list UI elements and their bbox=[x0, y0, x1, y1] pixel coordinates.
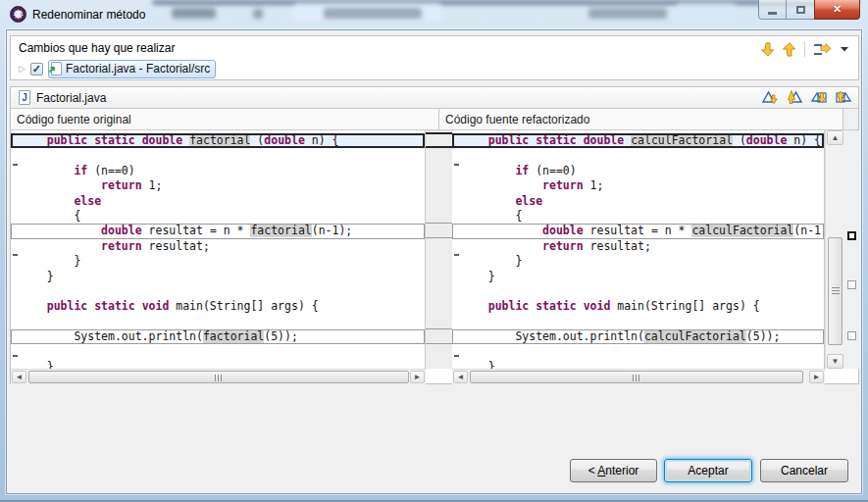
right-pane-header: Código fuente refactorizado bbox=[439, 109, 843, 130]
right-horizontal-scrollbar[interactable]: ◄ ► bbox=[452, 369, 825, 384]
cancel-button[interactable]: Cancelar bbox=[760, 459, 848, 482]
overview-marker-current[interactable] bbox=[847, 231, 856, 240]
code-line: } bbox=[452, 360, 824, 369]
code-line: double resultat = n * factorial(n-1); bbox=[11, 224, 425, 238]
next-change-icon[interactable] bbox=[810, 89, 828, 105]
code-line: if (n==0) bbox=[452, 164, 824, 178]
previous-change-icon[interactable] bbox=[835, 89, 852, 105]
diff-overview-ruler[interactable] bbox=[843, 130, 860, 369]
scroll-left-icon[interactable]: ◄ bbox=[453, 371, 468, 383]
left-horizontal-scrollbar[interactable]: ◄ ► bbox=[11, 369, 426, 384]
dialog-body: Cambios que hay que realizar bbox=[6, 29, 862, 494]
code-line: return resultat; bbox=[11, 239, 425, 254]
code-line: else bbox=[452, 194, 824, 209]
changes-label: Cambios que hay que realizar bbox=[19, 41, 175, 55]
java-file-icon: J bbox=[19, 90, 30, 105]
code-line: { bbox=[11, 209, 425, 224]
scroll-up-icon[interactable]: ▲ bbox=[827, 130, 843, 145]
code-line: if (n==0) bbox=[11, 164, 425, 178]
scroll-left-icon[interactable]: ◄ bbox=[12, 371, 26, 383]
code-line: public static double factorial (double n… bbox=[11, 133, 425, 148]
change-checkbox[interactable]: ✓ bbox=[30, 63, 43, 75]
code-line bbox=[11, 284, 425, 299]
changes-panel: Cambios que hay que realizar bbox=[10, 35, 859, 80]
code-line: double resultat = n * calculFactorial(n-… bbox=[452, 224, 824, 238]
change-range-dash bbox=[454, 254, 459, 256]
code-line bbox=[452, 284, 824, 299]
window-title: Redenominar método bbox=[32, 8, 145, 22]
code-line: System.out.println(calculFactorial(5)); bbox=[452, 329, 824, 344]
aero-window-frame: ⚙ Redenominar método ✕ Cambios que hay q… bbox=[0, 0, 868, 502]
scroll-down-icon[interactable]: ▼ bbox=[827, 354, 843, 369]
diff-connector-gutter bbox=[426, 130, 452, 369]
code-line: System.out.println(factorial(5)); bbox=[11, 329, 425, 344]
change-tree-item[interactable]: ▷ ✓ ➜ Factorial.java - Factorial/src bbox=[19, 59, 216, 78]
maximize-button[interactable] bbox=[787, 0, 814, 20]
close-button[interactable]: ✕ bbox=[814, 0, 860, 20]
original-code-pane[interactable]: public static double factorial (double n… bbox=[11, 130, 426, 369]
maximize-icon bbox=[796, 6, 805, 14]
vertical-scrollbar[interactable]: ▲ ▼ bbox=[825, 130, 843, 369]
left-horizontal-thumb[interactable] bbox=[28, 371, 409, 383]
compare-panel: J Factorial.java bbox=[10, 86, 859, 384]
code-line: } bbox=[452, 270, 824, 284]
code-line: public static double calculFactorial (do… bbox=[452, 133, 824, 148]
previous-difference-icon[interactable] bbox=[786, 89, 803, 105]
code-line: public static void main(String[] args) { bbox=[452, 299, 824, 314]
toolbar-separator bbox=[804, 41, 805, 57]
code-line: public static void main(String[] args) { bbox=[11, 299, 425, 314]
change-range-dash bbox=[13, 355, 18, 357]
window-controls: ✕ bbox=[758, 0, 860, 20]
diff-connector bbox=[426, 223, 452, 238]
refactor-gear-icon: ⚙ bbox=[10, 6, 26, 23]
dropdown-caret-icon[interactable] bbox=[841, 46, 848, 52]
code-line bbox=[452, 344, 824, 359]
scroll-right-icon[interactable]: ► bbox=[410, 371, 425, 383]
code-line bbox=[11, 148, 425, 163]
accept-button[interactable]: Aceptar bbox=[664, 459, 752, 482]
overview-marker-change[interactable] bbox=[847, 280, 856, 289]
composite-change-icon: ➜ bbox=[51, 62, 62, 75]
overview-marker-change[interactable] bbox=[847, 331, 856, 340]
change-range-dash bbox=[13, 254, 18, 256]
back-button[interactable]: < Anterior bbox=[570, 459, 657, 482]
code-line: } bbox=[452, 254, 824, 269]
code-line: return 1; bbox=[452, 178, 824, 193]
code-line: { bbox=[452, 209, 824, 224]
code-line: return resultat; bbox=[452, 239, 824, 254]
code-line bbox=[11, 315, 425, 329]
code-line: } bbox=[11, 254, 425, 269]
right-horizontal-thumb[interactable] bbox=[470, 371, 803, 383]
selected-tree-label[interactable]: ➜ Factorial.java - Factorial/src bbox=[48, 60, 216, 78]
code-line bbox=[452, 315, 824, 329]
code-line: } bbox=[11, 360, 425, 369]
compare-nav-toolbar bbox=[761, 89, 852, 105]
scroll-right-icon[interactable]: ► bbox=[809, 371, 824, 383]
filter-changes-icon[interactable] bbox=[813, 42, 833, 57]
change-range-dash bbox=[454, 355, 459, 357]
checkmark-icon: ✓ bbox=[32, 64, 41, 74]
vertical-scroll-thumb[interactable] bbox=[828, 237, 842, 345]
change-range-dash bbox=[13, 164, 18, 166]
diff-connector bbox=[426, 328, 452, 344]
minimize-icon bbox=[768, 12, 777, 15]
changes-toolbar bbox=[761, 40, 848, 58]
left-pane-header: Código fuente original bbox=[11, 109, 439, 130]
compare-file-label: Factorial.java bbox=[36, 91, 106, 105]
change-range-dash bbox=[454, 164, 459, 166]
refactored-code-pane[interactable]: public static double calculFactorial (do… bbox=[452, 130, 825, 369]
move-up-icon[interactable] bbox=[783, 42, 796, 57]
next-difference-icon[interactable] bbox=[761, 89, 779, 105]
header-gap bbox=[843, 109, 858, 130]
tree-expander-icon[interactable]: ▷ bbox=[19, 65, 26, 74]
code-line: } bbox=[11, 270, 425, 284]
compare-file-header: J Factorial.java bbox=[11, 87, 858, 109]
code-line bbox=[11, 344, 425, 359]
code-line: else bbox=[11, 194, 425, 209]
titlebar[interactable]: ⚙ Redenominar método ✕ bbox=[0, 0, 868, 29]
code-line: return 1; bbox=[11, 178, 425, 193]
minimize-button[interactable] bbox=[758, 0, 787, 20]
close-icon: ✕ bbox=[833, 3, 842, 16]
move-down-icon[interactable] bbox=[761, 42, 775, 57]
code-line bbox=[452, 148, 824, 163]
